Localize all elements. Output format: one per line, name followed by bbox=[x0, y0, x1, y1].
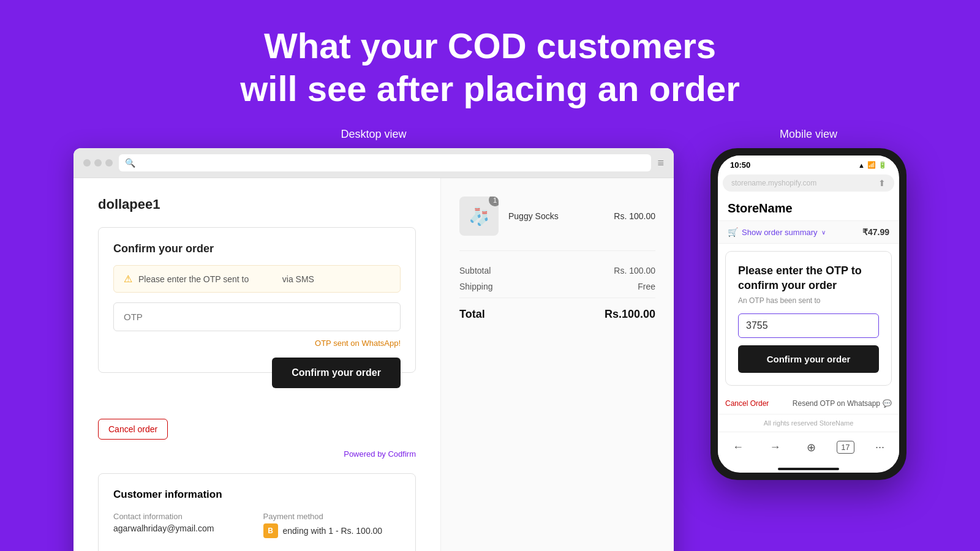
mobile-browser-address: storename.myshopify.com bbox=[731, 179, 816, 187]
wifi-icon: 📶 bbox=[867, 161, 876, 169]
payment-icon: B bbox=[263, 523, 278, 538]
mobile-store-name: StoreName bbox=[718, 194, 899, 221]
mobile-status-bar: 10:50 ▲ 📶 🔋 bbox=[718, 156, 899, 172]
mobile-confirm-button[interactable]: Confirm your order bbox=[738, 345, 879, 373]
product-price: Rs. 100.00 bbox=[614, 211, 655, 221]
total-label: Total bbox=[459, 308, 485, 321]
otp-alert-text: Please enter the OTP sent to via SMS bbox=[138, 274, 314, 284]
mobile-summary-left: 🛒 Show order summary ∨ bbox=[728, 227, 826, 237]
browser-menu-icon[interactable]: ≡ bbox=[657, 157, 664, 170]
product-badge: 1 bbox=[489, 197, 499, 206]
chevron-down-icon: ∨ bbox=[821, 229, 826, 236]
mobile-bottom-links: Cancel Order Resend OTP on Whatsapp 💬 bbox=[718, 393, 899, 414]
mobile-footer: All rights reserved StoreName bbox=[718, 414, 899, 432]
add-tab-button[interactable]: ⊕ bbox=[802, 438, 821, 457]
contact-label: Contact information bbox=[113, 512, 251, 521]
product-name: Puggy Socks bbox=[508, 211, 604, 221]
tabs-button[interactable]: 17 bbox=[837, 441, 854, 454]
confirm-order-button[interactable]: Confirm your order bbox=[272, 358, 401, 388]
desktop-view-label: Desktop view bbox=[74, 128, 674, 141]
mobile-otp-input[interactable] bbox=[738, 313, 879, 338]
show-order-summary-label: Show order summary bbox=[742, 228, 818, 237]
checkout-left: dollapee1 Confirm your order ⚠ Please en… bbox=[74, 178, 441, 551]
status-right: ▲ 📶 🔋 bbox=[858, 161, 887, 169]
home-indicator bbox=[778, 468, 839, 470]
mobile-section: Mobile view 10:50 ▲ 📶 🔋 storename.myshop… bbox=[710, 128, 907, 480]
mobile-browser-bar[interactable]: storename.myshopify.com ⬆ bbox=[723, 174, 894, 192]
store-name: dollapee1 bbox=[98, 197, 416, 212]
payment-value: B ending with 1 - Rs. 100.00 bbox=[263, 523, 383, 538]
customer-info-grid: Contact information agarwalhriday@ymail.… bbox=[113, 512, 401, 551]
payment-label: Payment method bbox=[263, 512, 401, 521]
alert-icon: ⚠ bbox=[124, 273, 132, 285]
powered-by: Powered by Codfirm bbox=[98, 449, 416, 459]
browser-window: 🔍 ≡ dollapee1 Confirm your order ⚠ Pl bbox=[74, 148, 674, 551]
browser-dots bbox=[83, 159, 113, 167]
dot-yellow bbox=[94, 159, 102, 167]
cancel-order-button[interactable]: Cancel order bbox=[98, 419, 168, 440]
total-value: Rs.100.00 bbox=[605, 308, 655, 321]
confirm-order-box: Confirm your order ⚠ Please enter the OT… bbox=[98, 227, 416, 373]
otp-input[interactable] bbox=[113, 302, 401, 331]
desktop-section: Desktop view 🔍 ≡ dollapee1 bbox=[74, 128, 674, 551]
otp-alert: ⚠ Please enter the OTP sent to via SMS bbox=[113, 265, 401, 293]
checkout-right: 1 🧦 Puggy Socks Rs. 100.00 Subtotal Rs. … bbox=[441, 178, 674, 551]
mobile-order-summary-bar[interactable]: 🛒 Show order summary ∨ ₹47.99 bbox=[718, 221, 899, 244]
product-row: 1 🧦 Puggy Socks Rs. 100.00 bbox=[459, 197, 655, 251]
mobile-resend-link[interactable]: Resend OTP on Whatsapp 💬 bbox=[793, 399, 892, 408]
customer-info-title: Customer information bbox=[113, 489, 401, 501]
mobile-otp-title: Please enter the OTP to confirm your ord… bbox=[738, 264, 879, 293]
more-button[interactable]: ··· bbox=[870, 438, 889, 456]
subtotal-value: Rs. 100.00 bbox=[614, 266, 655, 276]
contact-value: agarwalhriday@ymail.com bbox=[113, 523, 251, 533]
back-button[interactable]: ← bbox=[728, 438, 748, 456]
dot-red bbox=[83, 159, 91, 167]
mobile-time: 10:50 bbox=[730, 160, 750, 170]
customer-info-section: Customer information Contact information… bbox=[98, 473, 416, 551]
mobile-otp-section: Please enter the OTP to confirm your ord… bbox=[725, 251, 892, 386]
subtotal-row: Subtotal Rs. 100.00 bbox=[459, 266, 655, 276]
dot-green bbox=[105, 159, 113, 167]
browser-toolbar: 🔍 ≡ bbox=[74, 148, 674, 178]
product-image: 1 🧦 bbox=[459, 197, 499, 236]
whatsapp-link[interactable]: OTP sent on WhatsApp! bbox=[113, 339, 401, 348]
mobile-otp-subtitle: An OTP has been sent to bbox=[738, 296, 879, 305]
browser-content: dollapee1 Confirm your order ⚠ Please en… bbox=[74, 178, 674, 551]
cart-icon: 🛒 bbox=[728, 227, 738, 237]
signal-icon: ▲ bbox=[858, 162, 865, 169]
grand-total-row: Total Rs.100.00 bbox=[459, 298, 655, 321]
share-icon[interactable]: ⬆ bbox=[878, 178, 886, 188]
contact-info: Contact information agarwalhriday@ymail.… bbox=[113, 512, 251, 538]
mobile-screen: 10:50 ▲ 📶 🔋 storename.myshopify.com ⬆ St… bbox=[718, 156, 899, 473]
order-totals: Subtotal Rs. 100.00 Shipping Free Total … bbox=[459, 266, 655, 321]
shipping-label: Shipping bbox=[459, 282, 493, 291]
browser-address-bar[interactable]: 🔍 bbox=[119, 154, 651, 171]
battery-icon: 🔋 bbox=[878, 161, 887, 169]
subtotal-label: Subtotal bbox=[459, 266, 491, 276]
whatsapp-icon: 💬 bbox=[883, 399, 892, 408]
mobile-frame: 10:50 ▲ 📶 🔋 storename.myshopify.com ⬆ St… bbox=[710, 148, 907, 480]
shipping-row: Shipping Free bbox=[459, 282, 655, 291]
mobile-order-price: ₹47.99 bbox=[862, 227, 889, 237]
forward-button[interactable]: → bbox=[764, 438, 785, 456]
headline-text: What your COD customers will see after p… bbox=[12, 24, 968, 110]
payment-info: Payment method B ending with 1 - Rs. 100… bbox=[263, 512, 401, 538]
mobile-view-label: Mobile view bbox=[710, 128, 907, 141]
shipping-value: Free bbox=[638, 282, 655, 291]
mobile-nav-bar: ← → ⊕ 17 ··· bbox=[718, 432, 899, 463]
confirm-order-title: Confirm your order bbox=[113, 242, 401, 255]
product-icon: 🧦 bbox=[469, 206, 490, 227]
mobile-cancel-link[interactable]: Cancel Order bbox=[725, 399, 769, 408]
headline: What your COD customers will see after p… bbox=[0, 0, 980, 122]
